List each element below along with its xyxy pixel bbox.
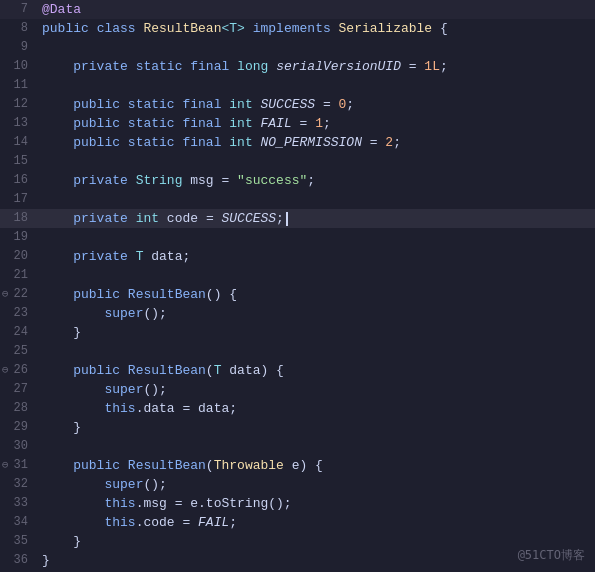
line-number: 23	[0, 304, 38, 323]
code-content	[38, 266, 595, 285]
code-content: }	[38, 532, 595, 551]
line-number: 22	[0, 285, 38, 304]
code-content	[38, 76, 595, 95]
code-row: 30	[0, 437, 595, 456]
code-row: 11	[0, 76, 595, 95]
line-number: 33	[0, 494, 38, 513]
code-content	[38, 152, 595, 171]
code-content: public static final int FAIL = 1;	[38, 114, 595, 133]
code-row: 7@Data	[0, 0, 595, 19]
code-content: this.data = data;	[38, 399, 595, 418]
code-row: 8public class ResultBean<T> implements S…	[0, 19, 595, 38]
code-content: public static final int SUCCESS = 0;	[38, 95, 595, 114]
code-row: 35 }	[0, 532, 595, 551]
line-number: 20	[0, 247, 38, 266]
code-row: 18 private int code = SUCCESS;	[0, 209, 595, 228]
code-content: private int code = SUCCESS;	[38, 209, 595, 228]
code-row: 24 }	[0, 323, 595, 342]
code-content: this.msg = e.toString();	[38, 494, 595, 513]
code-content: this.code = FAIL;	[38, 513, 595, 532]
code-row: 25	[0, 342, 595, 361]
code-lines: 7@Data8public class ResultBean<T> implem…	[0, 0, 595, 570]
code-content	[38, 38, 595, 57]
code-content: private String msg = "success";	[38, 171, 595, 190]
line-number: 27	[0, 380, 38, 399]
line-number: 13	[0, 114, 38, 133]
line-number: 14	[0, 133, 38, 152]
code-content	[38, 190, 595, 209]
code-content: }	[38, 418, 595, 437]
line-number: 19	[0, 228, 38, 247]
line-number: 10	[0, 57, 38, 76]
line-number: 35	[0, 532, 38, 551]
code-row: 29 }	[0, 418, 595, 437]
code-content: }	[38, 551, 595, 570]
code-row: 10 private static final long serialVersi…	[0, 57, 595, 76]
code-content: public ResultBean() {	[38, 285, 595, 304]
code-row: 26 public ResultBean(T data) {	[0, 361, 595, 380]
code-content: public ResultBean(T data) {	[38, 361, 595, 380]
code-content	[38, 437, 595, 456]
line-number: 17	[0, 190, 38, 209]
line-number: 11	[0, 76, 38, 95]
code-content: private T data;	[38, 247, 595, 266]
code-row: 32 super();	[0, 475, 595, 494]
code-row: 14 public static final int NO_PERMISSION…	[0, 133, 595, 152]
line-number: 32	[0, 475, 38, 494]
line-number: 28	[0, 399, 38, 418]
code-content: super();	[38, 380, 595, 399]
line-number: 29	[0, 418, 38, 437]
code-row: 20 private T data;	[0, 247, 595, 266]
code-row: 19	[0, 228, 595, 247]
line-number: 8	[0, 19, 38, 38]
code-row: 28 this.data = data;	[0, 399, 595, 418]
line-number: 30	[0, 437, 38, 456]
code-row: 9	[0, 38, 595, 57]
code-content: public class ResultBean<T> implements Se…	[38, 19, 595, 38]
line-number: 21	[0, 266, 38, 285]
line-number: 16	[0, 171, 38, 190]
code-row: 36}	[0, 551, 595, 570]
code-row: 15	[0, 152, 595, 171]
code-row: 22 public ResultBean() {	[0, 285, 595, 304]
code-row: 27 super();	[0, 380, 595, 399]
line-number: 24	[0, 323, 38, 342]
code-content: public static final int NO_PERMISSION = …	[38, 133, 595, 152]
code-content: private static final long serialVersionU…	[38, 57, 595, 76]
line-number: 18	[0, 209, 38, 228]
code-content	[38, 342, 595, 361]
line-number: 34	[0, 513, 38, 532]
code-row: 17	[0, 190, 595, 209]
line-number: 9	[0, 38, 38, 57]
code-row: 23 super();	[0, 304, 595, 323]
line-number: 26	[0, 361, 38, 380]
code-content: @Data	[38, 0, 595, 19]
code-row: 13 public static final int FAIL = 1;	[0, 114, 595, 133]
line-number: 36	[0, 551, 38, 570]
line-number: 7	[0, 0, 38, 19]
code-content: super();	[38, 304, 595, 323]
line-number: 12	[0, 95, 38, 114]
code-content: }	[38, 323, 595, 342]
code-content	[38, 228, 595, 247]
code-content: public ResultBean(Throwable e) {	[38, 456, 595, 475]
code-row: 33 this.msg = e.toString();	[0, 494, 595, 513]
code-row: 31 public ResultBean(Throwable e) {	[0, 456, 595, 475]
code-content: super();	[38, 475, 595, 494]
code-row: 16 private String msg = "success";	[0, 171, 595, 190]
code-row: 21	[0, 266, 595, 285]
watermark: @51CTO博客	[518, 547, 585, 564]
code-row: 34 this.code = FAIL;	[0, 513, 595, 532]
code-editor: 7@Data8public class ResultBean<T> implem…	[0, 0, 595, 572]
line-number: 31	[0, 456, 38, 475]
line-number: 15	[0, 152, 38, 171]
line-number: 25	[0, 342, 38, 361]
code-row: 12 public static final int SUCCESS = 0;	[0, 95, 595, 114]
